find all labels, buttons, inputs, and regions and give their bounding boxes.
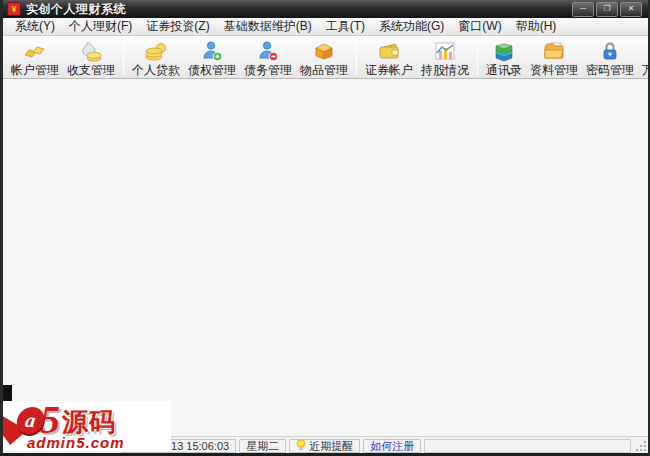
toolbar-separator	[356, 39, 357, 75]
watermark-dark-notch	[3, 385, 12, 401]
bulb-icon	[296, 439, 306, 453]
toolbar-label: 资料管理	[530, 64, 578, 77]
menu-personal-finance[interactable]: 个人理财(F)	[62, 17, 139, 36]
statusbar-weekday: 星期二	[239, 439, 286, 453]
toolbar-label: 万年历	[642, 64, 650, 77]
toolbar-label: 债务管理	[244, 64, 292, 77]
window-controls: ─ ❐ ✕	[572, 2, 644, 17]
statusbar-register-link[interactable]: 如何注册	[363, 439, 421, 453]
person-plus-icon	[200, 38, 224, 64]
toolbar-separator	[123, 39, 124, 75]
toolbar-button-personal-loan[interactable]: 个人贷款	[129, 37, 183, 78]
toolbar-label: 物品管理	[300, 64, 348, 77]
person-minus-icon	[256, 38, 280, 64]
toolbar-button-calendar[interactable]: 14 万年历	[639, 37, 650, 78]
toolbar-label: 证券帐户	[365, 64, 413, 77]
menu-base-data-maintenance[interactable]: 基础数据维护(B)	[217, 17, 319, 36]
statusbar-filler	[424, 439, 631, 453]
a5-watermark-logo: a 5 源码 admin5.com	[3, 401, 171, 451]
menu-system[interactable]: 系统(Y)	[8, 17, 62, 36]
books-icon	[492, 38, 516, 64]
toolbar-label: 持股情况	[421, 64, 469, 77]
toolbar-button-creditor-management[interactable]: 债权管理	[185, 37, 239, 78]
menubar: 系统(Y) 个人理财(F) 证券投资(Z) 基础数据维护(B) 工具(T) 系统…	[3, 18, 648, 36]
minimize-button[interactable]: ─	[572, 2, 594, 17]
statusbar-reminder[interactable]: 近期提醒	[289, 439, 360, 453]
gold-bars-icon	[23, 38, 47, 64]
moneybag-coins-icon	[79, 38, 103, 64]
toolbar: 帐户管理 收支管理 个人贷款	[3, 36, 648, 79]
restore-button[interactable]: ❐	[596, 2, 618, 17]
menu-help[interactable]: 帮助(H)	[509, 17, 564, 36]
workspace-area	[3, 79, 648, 436]
toolbar-button-income-expense[interactable]: 收支管理	[64, 37, 118, 78]
app-window: ¥ 实创个人理财系统 ─ ❐ ✕ 系统(Y) 个人理财(F) 证券投资(Z) 基…	[0, 0, 650, 456]
toolbar-button-account-management[interactable]: 帐户管理	[8, 37, 62, 78]
toolbar-button-stock-holdings[interactable]: 持股情况	[418, 37, 472, 78]
menu-tools[interactable]: 工具(T)	[319, 17, 372, 36]
app-icon: ¥	[7, 2, 21, 16]
toolbar-button-password-management[interactable]: 密码管理	[583, 37, 637, 78]
toolbar-button-items-management[interactable]: 物品管理	[297, 37, 351, 78]
toolbar-label: 通讯录	[486, 64, 522, 77]
box-icon	[312, 38, 336, 64]
titlebar: ¥ 实创个人理财系统 ─ ❐ ✕	[3, 0, 648, 18]
toolbar-button-address-book[interactable]: 通讯录	[483, 37, 525, 78]
toolbar-button-debt-management[interactable]: 债务管理	[241, 37, 295, 78]
menu-system-functions[interactable]: 系统功能(G)	[372, 17, 451, 36]
logo-text: 源码	[62, 407, 116, 437]
stock-chart-icon	[433, 38, 457, 64]
toolbar-label: 个人贷款	[132, 64, 180, 77]
toolbar-label: 帐户管理	[11, 64, 59, 77]
coin-stack-icon	[144, 38, 168, 64]
toolbar-button-securities-account[interactable]: 证券帐户	[362, 37, 416, 78]
menu-window[interactable]: 窗口(W)	[451, 17, 508, 36]
toolbar-button-data-management[interactable]: 资料管理	[527, 37, 581, 78]
toolbar-label: 收支管理	[67, 64, 115, 77]
toolbar-label: 债权管理	[188, 64, 236, 77]
menu-securities-investment[interactable]: 证券投资(Z)	[139, 17, 216, 36]
toolbar-separator	[477, 39, 478, 75]
lock-icon	[598, 38, 622, 64]
close-button[interactable]: ✕	[620, 2, 642, 17]
logo-domain: admin5.com	[27, 434, 125, 451]
resize-grip[interactable]	[635, 440, 647, 452]
folder-files-icon	[542, 38, 566, 64]
wallet-icon	[377, 38, 401, 64]
window-title: 实创个人理财系统	[26, 1, 126, 18]
reminder-label: 近期提醒	[309, 440, 353, 452]
toolbar-label: 密码管理	[586, 64, 634, 77]
